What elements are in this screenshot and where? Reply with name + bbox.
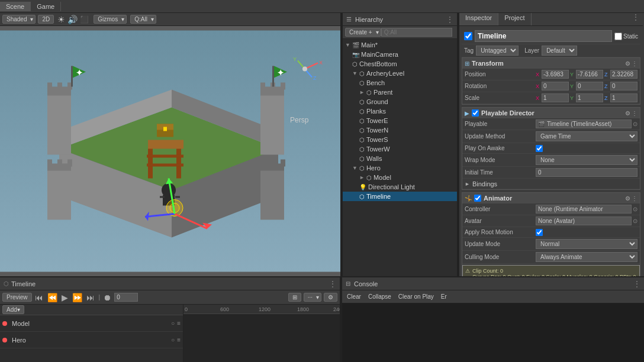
- pd-menu-btn[interactable]: ⋮: [632, 110, 637, 117]
- hier-item-planks[interactable]: ⬡ Planks: [343, 106, 457, 116]
- track-model-lock[interactable]: ≡: [177, 320, 181, 327]
- scale-x-input[interactable]: [542, 93, 569, 102]
- gizmos-dropdown[interactable]: Gizmos: [94, 15, 127, 24]
- collapse-button[interactable]: Collapse: [366, 293, 394, 300]
- hier-item-bench[interactable]: ⬡ Bench: [343, 78, 457, 88]
- wrap-mode-select[interactable]: None: [536, 155, 637, 165]
- 2d-button[interactable]: 2D: [38, 15, 54, 24]
- rot-x-input[interactable]: [542, 82, 569, 90]
- preview-button[interactable]: Preview: [2, 293, 32, 302]
- hier-item-towern[interactable]: ⬡ TowerN: [343, 125, 457, 135]
- hier-item-towerw[interactable]: ⬡ TowerW: [343, 144, 457, 154]
- controller-ref[interactable]: None (Runtime Animator: [536, 205, 632, 214]
- tl-next-btn[interactable]: ⏩: [71, 293, 83, 302]
- go-active-checkbox[interactable]: [464, 32, 472, 40]
- update-method-select[interactable]: Game Time: [536, 131, 637, 141]
- avatar-ref[interactable]: None (Avatar): [536, 216, 632, 225]
- animator-menu-btn[interactable]: ⋮: [632, 195, 637, 202]
- svg-rect-44: [160, 196, 165, 198]
- all-dropdown[interactable]: Q:All: [130, 15, 156, 24]
- tl-prev-btn[interactable]: ⏪: [46, 293, 59, 302]
- layer-select[interactable]: Default: [542, 46, 577, 56]
- hier-item-archerylevel[interactable]: ▼ ⬡ ArcheryLevel: [343, 69, 457, 78]
- add-track-button[interactable]: Add▾: [2, 305, 24, 314]
- animator-active-checkbox[interactable]: [474, 195, 481, 202]
- pos-y-input[interactable]: [576, 70, 603, 79]
- pd-settings-btn[interactable]: ⚙: [625, 110, 630, 117]
- rot-z-input[interactable]: [610, 82, 637, 90]
- go-name-input[interactable]: [475, 30, 612, 42]
- audio-icon[interactable]: 🔊: [67, 15, 78, 24]
- hier-item-model[interactable]: ► ⬡ Model: [343, 173, 457, 182]
- scene-view[interactable]: ✦ ✦: [0, 26, 340, 276]
- rot-y-input[interactable]: [576, 82, 603, 90]
- arrow-parent: ►: [359, 89, 365, 95]
- culling-mode-select[interactable]: Always Animate: [536, 252, 637, 262]
- scale-z-input[interactable]: [610, 93, 637, 102]
- hier-item-directionallight[interactable]: 💡 Directional Light: [343, 182, 457, 192]
- hier-item-hero[interactable]: ▼ ⬡ Hero: [343, 163, 457, 173]
- apply-root-motion-checkbox[interactable]: [536, 229, 543, 236]
- transform-menu-btn[interactable]: ⋮: [632, 60, 637, 67]
- game-tab[interactable]: Game: [31, 2, 61, 11]
- playable-director-header[interactable]: ▶ Playable Director ⚙ ⋮: [462, 108, 640, 118]
- create-button[interactable]: Create +: [345, 28, 381, 37]
- playable-select-icon[interactable]: ⊙: [633, 121, 637, 127]
- update-mode-select[interactable]: Normal: [536, 239, 637, 249]
- tl-more-btn[interactable]: ···: [304, 293, 321, 302]
- tl-play-btn[interactable]: ▶: [60, 293, 69, 302]
- clear-on-play-button[interactable]: Clear on Play: [396, 293, 436, 300]
- timeline-ruler-area[interactable]: 0 600 1200 1800 2400: [183, 305, 340, 362]
- static-checkbox[interactable]: [614, 33, 622, 40]
- shading-dropdown[interactable]: Shaded: [2, 15, 36, 24]
- tl-grid-btn[interactable]: ⊞: [288, 293, 301, 302]
- pos-z-input[interactable]: [610, 70, 637, 79]
- hier-item-ground[interactable]: ⬡ Ground: [343, 97, 457, 106]
- light-icon[interactable]: ☀: [57, 15, 65, 24]
- transform-header[interactable]: ⊞ Transform ⚙ ⋮: [462, 58, 640, 69]
- playable-ref[interactable]: 🎬 Timeline (TimelineAsset): [536, 119, 632, 128]
- scale-y-input[interactable]: [576, 93, 603, 102]
- arrow-model: ►: [359, 174, 365, 180]
- inspector-tab[interactable]: Inspector: [459, 13, 498, 25]
- track-hero-mute[interactable]: ○: [171, 337, 175, 343]
- tl-end-btn[interactable]: ⏭: [85, 293, 96, 302]
- animator-settings-btn[interactable]: ⚙: [625, 195, 630, 202]
- scene-tab[interactable]: Scene: [0, 2, 31, 11]
- hier-item-towere[interactable]: ⬡ TowerE: [343, 116, 457, 125]
- tl-settings-btn[interactable]: ⚙: [324, 293, 337, 302]
- tl-start-btn[interactable]: ⏮: [34, 293, 44, 302]
- error-pause-button[interactable]: Er: [439, 293, 449, 300]
- fx-icon[interactable]: ⬛: [80, 15, 89, 24]
- hier-item-chestbottom[interactable]: ⬡ ChestBottom: [343, 59, 457, 69]
- tl-record-btn[interactable]: ⏺: [102, 293, 112, 302]
- hier-item-main[interactable]: ▼ 🎬 Main*: [343, 40, 457, 50]
- track-hero-lock[interactable]: ≡: [177, 337, 181, 343]
- controller-row: Controller None (Runtime Animator ⊙: [462, 203, 640, 215]
- transform-settings-btn[interactable]: ⚙: [625, 60, 630, 67]
- hierarchy-search[interactable]: [381, 28, 452, 37]
- inspector-menu-icon[interactable]: ⋮: [632, 13, 643, 25]
- initial-time-input[interactable]: [536, 168, 637, 177]
- pd-active-checkbox[interactable]: [472, 109, 479, 117]
- hierarchy-menu-icon[interactable]: ⋮: [446, 15, 453, 24]
- hier-item-timeline[interactable]: ⬡ Timeline: [343, 192, 457, 201]
- clear-button[interactable]: Clear: [344, 293, 363, 300]
- svg-rect-21: [272, 66, 274, 87]
- animator-header[interactable]: 🤸 Animator ⚙ ⋮: [462, 193, 640, 203]
- hier-item-towers[interactable]: ⬡ TowerS: [343, 135, 457, 144]
- console-menu-icon[interactable]: ⋮: [633, 280, 640, 288]
- timeline-menu-icon[interactable]: ⋮: [329, 280, 336, 288]
- avatar-select-icon[interactable]: ⊙: [633, 218, 637, 224]
- hier-item-maincamera[interactable]: 📷 MainCamera: [343, 50, 457, 59]
- tag-select[interactable]: Untagged: [476, 46, 519, 56]
- track-model-mute[interactable]: ○: [171, 320, 175, 327]
- project-tab[interactable]: Project: [498, 13, 531, 25]
- pos-x-input[interactable]: [542, 70, 569, 79]
- hier-item-parent[interactable]: ► ⬡ Parent: [343, 88, 457, 97]
- tl-time-input[interactable]: [114, 293, 138, 302]
- timeline-clips[interactable]: [183, 314, 340, 362]
- controller-select-icon[interactable]: ⊙: [633, 206, 637, 212]
- play-on-awake-checkbox[interactable]: [536, 145, 543, 152]
- hier-item-walls[interactable]: ⬡ Walls: [343, 154, 457, 163]
